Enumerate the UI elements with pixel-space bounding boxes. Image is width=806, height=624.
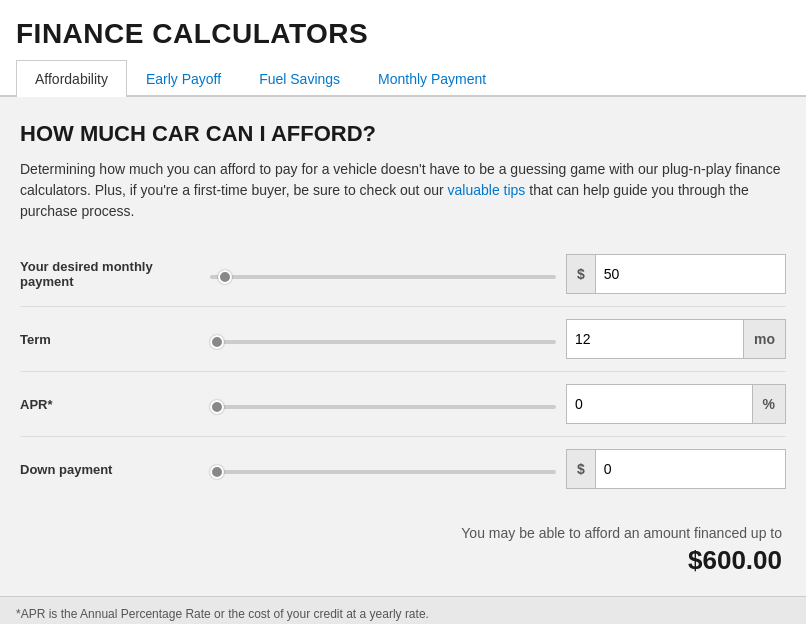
footer-note: *APR is the Annual Percentage Rate or th… [0,596,806,624]
term-input[interactable] [567,320,743,358]
result-label: You may be able to afford an amount fina… [20,525,782,541]
valuable-tips-link[interactable]: valuable tips [448,182,526,198]
term-suffix: mo [743,320,785,358]
down-payment-slider[interactable] [210,470,556,474]
tabs-bar: Affordability Early Payoff Fuel Savings … [0,60,806,97]
tab-monthly-payment[interactable]: Monthly Payment [359,60,505,97]
apr-slider-container [200,395,566,413]
down-payment-slider-container [200,460,566,478]
term-row: Term mo [20,306,786,371]
down-payment-input[interactable] [596,450,785,488]
monthly-payment-input-group: $ [566,254,786,294]
page-title: FINANCE CALCULATORS [16,18,790,50]
monthly-payment-input[interactable] [596,255,785,293]
down-payment-prefix: $ [567,450,596,488]
main-content: HOW MUCH CAR CAN I AFFORD? Determining h… [0,97,806,596]
section-title: HOW MUCH CAR CAN I AFFORD? [20,121,786,147]
apr-row: APR* % [20,371,786,436]
down-payment-label: Down payment [20,462,200,477]
down-payment-input-group: $ [566,449,786,489]
apr-input[interactable] [567,385,752,423]
monthly-payment-slider[interactable] [210,275,556,279]
calculator-form: Your desired monthly payment $ Term mo A… [20,242,786,501]
description: Determining how much you can afford to p… [20,159,786,222]
term-label: Term [20,332,200,347]
apr-label: APR* [20,397,200,412]
tab-early-payoff[interactable]: Early Payoff [127,60,240,97]
tab-fuel-savings[interactable]: Fuel Savings [240,60,359,97]
apr-slider[interactable] [210,405,556,409]
monthly-payment-label: Your desired monthly payment [20,259,200,289]
monthly-payment-row: Your desired monthly payment $ [20,242,786,306]
apr-suffix: % [752,385,785,423]
term-slider-container [200,330,566,348]
page-header: FINANCE CALCULATORS [0,0,806,60]
term-input-group: mo [566,319,786,359]
monthly-payment-slider-container [200,265,566,283]
term-slider[interactable] [210,340,556,344]
apr-input-group: % [566,384,786,424]
monthly-payment-prefix: $ [567,255,596,293]
down-payment-row: Down payment $ [20,436,786,501]
tab-affordability[interactable]: Affordability [16,60,127,97]
result-section: You may be able to afford an amount fina… [20,525,786,576]
result-value: $600.00 [20,545,782,576]
